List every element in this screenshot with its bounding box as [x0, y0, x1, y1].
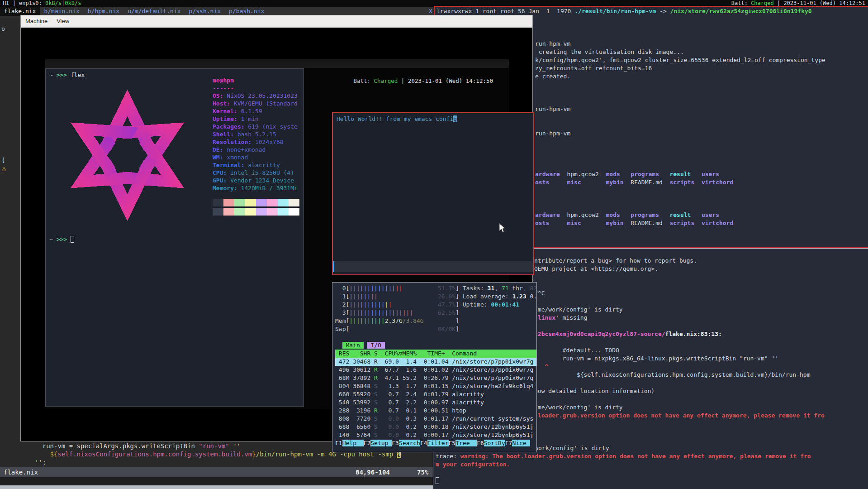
tab-flake-nix[interactable]: flake.nix: [0, 7, 40, 16]
terminal-line: OS: NixOS 23.05.20231023: [213, 92, 298, 100]
terminal-line: 688 6560 S 0.0 0.2 0:00.18 /nix/store/12…: [335, 423, 536, 431]
tab-bash-nix[interactable]: p/bash.nix: [225, 7, 268, 16]
nixos-logo: [49, 81, 205, 230]
color-swatch: [223, 199, 234, 206]
guest-status-bar: HI | eth0: 0kB/s|0kB/s Batt: Charged | 2…: [45, 59, 509, 68]
color-swatch: [278, 208, 289, 216]
terminal-line: 68M 37892 R 47.1 55.2 0:26.79 /nix/store…: [335, 374, 536, 382]
terminal-line: 140 5764 S 0.0 0.2 0:00.17 /nix/store/12…: [335, 431, 536, 439]
shell-prompt: ~ >>> flex: [49, 71, 85, 79]
terminal-line: GPU: Vendor 1234 Device: [213, 177, 298, 184]
statusline-filename: flake.nix: [4, 467, 38, 477]
vim-fragment: {: [1, 157, 5, 163]
statusline-ruler: 84,96-104: [356, 467, 390, 477]
palette-row: [213, 199, 303, 208]
terminal-line: 496 30612 R 67.7 1.6 0:01.02 /nix/store/…: [335, 366, 536, 374]
color-swatch: [289, 199, 299, 206]
terminal-line: '';: [27, 458, 460, 466]
htop-output: 0[||||||||||||||| 51.7%] Tasks: 31, 71 t…: [335, 284, 536, 447]
vim-fragment: o: [1, 25, 5, 32]
terminal-line: [335, 333, 536, 341]
terminal-line: ------: [213, 84, 298, 92]
terminal-line: CPU: Intel i5-8250U (4): [213, 169, 298, 177]
shell-prompt-cursor: ~ >>>: [49, 235, 74, 244]
modeline-accent-bar: [333, 261, 334, 272]
color-swatch: [256, 208, 267, 216]
terminal-line: m your configuration.: [436, 460, 868, 469]
terminal-line: RES SHR S CPU%▽MEM% TIME+ Command: [335, 350, 536, 358]
color-swatch: [245, 208, 256, 216]
terminal-line: Swp[ 0K/0K]: [335, 325, 536, 333]
guest-screen: HI | eth0: 0kB/s|0kB/s Batt: Charged | 2…: [45, 59, 509, 409]
emacs-buffer-text: Hello World!! from my emacs config: [337, 115, 457, 123]
terminal-line: 808 7720 S 0.0 0.3 0:01.17 /run/current-…: [335, 415, 536, 423]
terminal-line: 804 36848 S 1.3 1.7 0:01.15 /nix/store/h…: [335, 382, 536, 390]
vim-cmdline: [0, 477, 433, 485]
color-swatch: [267, 199, 278, 206]
terminal-line: Kernel: 6.1.59: [213, 107, 298, 115]
color-swatch: [245, 199, 256, 206]
terminal-line: 472 30468 R 69.0 1.4 0:01.04 /nix/store/…: [335, 358, 536, 366]
color-swatch: [234, 208, 245, 216]
fastfetch-output: me@hpm------OS: NixOS 23.05.20231023Host…: [213, 77, 298, 192]
terminal-line: 660 55920 S 0.7 2.4 0:01.79 alacritty: [335, 390, 536, 398]
tab-default-nix[interactable]: u/m/default.nix: [123, 7, 185, 16]
terminal-line: [436, 469, 868, 477]
terminal-line: 3[|||||||||||||||||| 62.5%]: [335, 309, 536, 317]
palette-row: [213, 208, 303, 217]
terminal-line: Memory: 1420MiB / 3931Mi: [213, 184, 298, 192]
terminal-line: 1[|||||||| 26.0%] Load average: 1.23 0.4…: [335, 292, 536, 301]
host-network-status: HI | enp1s0: 0kB/s|0kB/s: [3, 0, 81, 7]
color-swatch: [213, 199, 223, 206]
terminal-line: Terminal: alacritty: [213, 161, 298, 169]
terminal-line: WM: xmonad: [213, 153, 298, 161]
terminal-line: me@hpm: [213, 77, 298, 84]
warning-icon: ⚠: [1, 166, 7, 173]
qemu-window[interactable]: Machine View HI | eth0: 0kB/s|0kB/s Batt…: [20, 15, 533, 441]
terminal-color-palette: [213, 199, 303, 217]
terminal-line: 288 3196 R 0.7 0.1 0:00.51 htop: [335, 407, 536, 415]
terminal-line: Packages: 619 (nix-syste: [213, 123, 298, 130]
terminal-line: Shell: bash 5.2.15: [213, 130, 298, 138]
color-swatch: [223, 208, 234, 216]
color-swatch: [278, 199, 289, 206]
color-swatch: [234, 199, 245, 206]
terminal-line: Host: KVM/QEMU (Standard: [213, 100, 298, 107]
guest-terminal-pane[interactable]: ~ >>> flex me@hpm------OS: Nix: [45, 68, 304, 407]
mouse-cursor-icon: [498, 223, 507, 233]
menu-machine[interactable]: Machine: [21, 15, 52, 27]
color-swatch: [267, 208, 278, 216]
vim-tabline: flake.nix b/main.nix b/hpm.nix u/m/defau…: [0, 7, 433, 16]
color-swatch: [213, 208, 223, 216]
terminal-line: 0[||||||||||||||| 51.7%] Tasks: 31, 71 t…: [335, 284, 536, 292]
terminal-line: lrwxrwxrwx 1 root root 56 Jan 1 1970 ./r…: [436, 7, 868, 15]
terminal-line: Mem[||||||||||2.37G/3.84G ]: [335, 317, 536, 325]
terminal-line: Main I/O: [335, 341, 536, 350]
tabline-close-icon[interactable]: X: [427, 7, 434, 16]
color-swatch: [256, 199, 267, 206]
tab-hpm-nix[interactable]: b/hpm.nix: [84, 7, 123, 16]
terminal-line: 2[|||||||||||| 47.7%] Uptime: 00:01:41: [335, 301, 536, 309]
bottom-strip: [0, 485, 433, 489]
qemu-menubar: Machine View: [21, 15, 532, 28]
color-swatch: [289, 208, 299, 216]
guest-battery-clock: Batt: Charged | 2023-11-01 (Wed) 14:12:5…: [353, 77, 493, 85]
guest-emacs-pane[interactable]: Hello World!! from my emacs config ● 34 …: [332, 112, 534, 275]
terminal-line: [436, 477, 868, 485]
terminal-line: 540 53992 S 0.7 2.2 0:00.97 alacritty: [335, 398, 536, 407]
terminal-line: DE: none+xmonad: [213, 146, 298, 153]
tab-main-nix[interactable]: b/main.nix: [40, 7, 83, 16]
statusline-scroll-percent: 75%: [417, 467, 428, 477]
emacs-modeline: ● 34 *scratch* 1:33 All Fundamental: [333, 261, 533, 272]
terminal-line: trace: warning: The boot.loader.grub.ver…: [436, 452, 868, 460]
desktop: HI | enp1s0: 0kB/s|0kB/s Batt: Charged |…: [0, 0, 868, 489]
menu-view[interactable]: View: [52, 15, 74, 27]
tab-ssh-nix[interactable]: p/ssh.nix: [185, 7, 225, 16]
terminal-line: Uptime: 1 min: [213, 115, 298, 123]
vim-statusline: flake.nix 84,96-104 75%: [0, 467, 433, 477]
guest-htop-pane[interactable]: 0[||||||||||||||| 51.7%] Tasks: 31, 71 t…: [332, 282, 537, 452]
terminal-line: Resolution: 1024x768: [213, 138, 298, 146]
terminal-line: F1Help F2Setup F3SearchF4FilterF5Tree F6…: [335, 439, 536, 447]
